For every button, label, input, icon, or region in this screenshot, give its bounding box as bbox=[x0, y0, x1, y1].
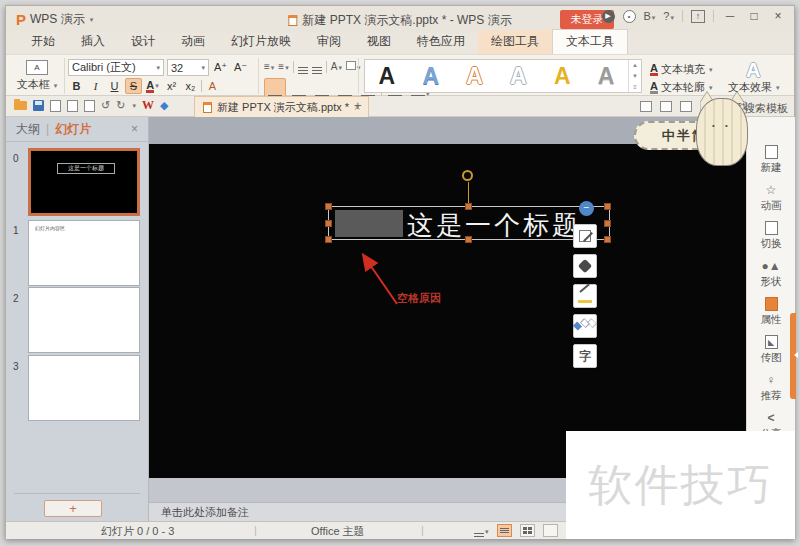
resize-handle-tl[interactable] bbox=[325, 203, 332, 210]
close-button[interactable]: × bbox=[770, 9, 786, 23]
resize-handle-tm[interactable] bbox=[465, 203, 472, 210]
strikethrough-button[interactable]: S bbox=[125, 78, 142, 94]
slide-canvas[interactable]: 这是一个标题 − 字 空格原因 bbox=[149, 144, 746, 478]
help-button[interactable]: ?▾ bbox=[663, 10, 674, 22]
redo-icon[interactable]: ↻ bbox=[116, 99, 125, 112]
save-icon[interactable] bbox=[33, 100, 44, 111]
open-icon[interactable] bbox=[14, 101, 27, 110]
member-icon[interactable] bbox=[660, 101, 672, 112]
wordart-style-blue[interactable]: A bbox=[422, 65, 439, 88]
gallery-scrollbar[interactable]: ▲▼≡ bbox=[628, 60, 641, 92]
wordart-style-gold[interactable]: A bbox=[554, 65, 571, 88]
grow-font-button[interactable]: A⁺ bbox=[212, 60, 229, 76]
collapse-ribbon-icon[interactable]: ↑ bbox=[691, 10, 705, 23]
slide-sorter-button[interactable] bbox=[520, 524, 535, 537]
resize-handle-mr[interactable] bbox=[604, 220, 611, 227]
close-panel-icon[interactable]: × bbox=[131, 122, 138, 136]
rail-item-animation[interactable]: ☆动画 bbox=[747, 183, 795, 213]
tab-drawing-tools[interactable]: 绘图工具 bbox=[478, 30, 552, 54]
tab-slideshow[interactable]: 幻灯片放映 bbox=[218, 30, 304, 54]
font-name-select[interactable]: Calibri (正文)▾ bbox=[68, 59, 164, 76]
wordart-style-orange-outline[interactable]: A bbox=[466, 65, 483, 88]
clear-format-button[interactable]: A bbox=[204, 78, 221, 94]
increase-indent-button[interactable] bbox=[312, 59, 322, 74]
resize-handle-tr[interactable] bbox=[604, 203, 611, 210]
underline-button[interactable]: U bbox=[106, 78, 123, 94]
slide-thumbnail-3[interactable] bbox=[28, 355, 140, 421]
bullet-list-button[interactable]: ≡▾ bbox=[264, 61, 274, 72]
docer-button[interactable]: B▾ bbox=[644, 10, 656, 22]
tab-home[interactable]: 开始 bbox=[18, 30, 68, 54]
normal-view-button[interactable] bbox=[497, 524, 512, 537]
maximize-button[interactable]: □ bbox=[746, 9, 762, 23]
tab-insert[interactable]: 插入 bbox=[68, 30, 118, 54]
slide-title-text[interactable]: 这是一个标题 bbox=[407, 208, 581, 243]
decrease-indent-button[interactable] bbox=[298, 59, 308, 74]
tab-review[interactable]: 审阅 bbox=[304, 30, 354, 54]
numbered-list-button[interactable]: ≡▾ bbox=[278, 61, 288, 72]
collapse-toolbar-button[interactable]: − bbox=[579, 201, 594, 216]
minimize-button[interactable]: ─ bbox=[722, 9, 738, 23]
resize-handle-bm[interactable] bbox=[465, 236, 472, 243]
layers-tool-button[interactable] bbox=[573, 314, 597, 338]
resize-handle-br[interactable] bbox=[604, 236, 611, 243]
tab-design[interactable]: 设计 bbox=[118, 30, 168, 54]
tab-view[interactable]: 视图 bbox=[354, 30, 404, 54]
resize-handle-bl[interactable] bbox=[325, 236, 332, 243]
reading-view-button[interactable] bbox=[543, 524, 558, 537]
text-direction-button[interactable]: A▾ bbox=[331, 61, 342, 72]
resize-handle-ml[interactable] bbox=[325, 220, 332, 227]
rail-item-new[interactable]: 新建 bbox=[747, 145, 795, 175]
forward-icon[interactable] bbox=[680, 101, 692, 112]
print-preview-icon[interactable] bbox=[84, 100, 95, 112]
bold-button[interactable]: B bbox=[68, 78, 85, 94]
customize-qat-icon[interactable]: ▾ bbox=[132, 102, 136, 110]
print-icon[interactable] bbox=[67, 100, 78, 112]
app-window: P WPS 演示 ▾ 新建 PPTX 演示文稿.pptx * - WPS 演示 … bbox=[5, 5, 795, 539]
tab-special-apps[interactable]: 特色应用 bbox=[404, 30, 478, 54]
theme-name[interactable]: Office 主题 bbox=[311, 524, 365, 539]
outline-tool-button[interactable] bbox=[573, 284, 597, 308]
tab-text-tools[interactable]: 文本工具 bbox=[552, 29, 628, 54]
tab-outline[interactable]: 大纲 bbox=[16, 121, 40, 138]
tab-slides[interactable]: 幻灯片 bbox=[55, 121, 91, 138]
tab-animation[interactable]: 动画 bbox=[168, 30, 218, 54]
app-menu[interactable]: P WPS 演示 ▾ bbox=[16, 11, 93, 28]
italic-button[interactable]: I bbox=[87, 78, 104, 94]
font-color-button[interactable]: A▾ bbox=[144, 78, 161, 94]
text-fill-button[interactable]: A 文本填充▾ bbox=[650, 62, 712, 77]
superscript-button[interactable]: x² bbox=[163, 78, 180, 94]
wordart-style-black[interactable]: A bbox=[379, 65, 396, 88]
textbox-button[interactable]: A 文本框 ▾ bbox=[14, 58, 60, 94]
wordart-style-gray[interactable]: A bbox=[598, 65, 615, 88]
new-slide-button[interactable]: + bbox=[44, 500, 102, 517]
slide-thumbnail-1[interactable]: 幻灯片内容区 bbox=[28, 220, 140, 286]
shrink-font-button[interactable]: A⁻ bbox=[232, 60, 249, 76]
rail-item-shapes[interactable]: ●▲形状 bbox=[747, 259, 795, 289]
undo-icon[interactable]: ↺ bbox=[101, 99, 110, 112]
rail-item-properties[interactable]: 属性 bbox=[747, 297, 795, 327]
panel-expand-handle[interactable] bbox=[790, 313, 796, 399]
settings-icon[interactable]: • bbox=[623, 10, 636, 23]
rotation-handle[interactable] bbox=[462, 170, 473, 181]
slide-thumbnail-2[interactable] bbox=[28, 287, 140, 353]
rail-item-recommend[interactable]: ♀推荐 bbox=[747, 373, 795, 403]
wps-writer-doc-icon[interactable]: W bbox=[142, 98, 154, 113]
export-icon[interactable] bbox=[50, 100, 61, 112]
play-icon[interactable]: ▶ bbox=[602, 10, 615, 23]
document-tab[interactable]: 新建 PPTX 演示文稿.pptx * × bbox=[194, 96, 369, 117]
subscript-button[interactable]: x₂ bbox=[182, 78, 199, 94]
wordart-style-white-outline[interactable]: A bbox=[510, 65, 527, 88]
new-tab-button[interactable]: + bbox=[354, 98, 362, 113]
style-tool-button[interactable] bbox=[573, 224, 597, 248]
fill-tool-button[interactable] bbox=[573, 254, 597, 278]
home-cube-icon[interactable]: ◆ bbox=[160, 99, 168, 112]
font-size-select[interactable]: 32▾ bbox=[167, 59, 209, 76]
rail-item-image[interactable]: ◣传图 bbox=[747, 335, 795, 365]
text-tool-button[interactable]: 字 bbox=[573, 344, 597, 368]
search-template-label[interactable]: 搜索模板 bbox=[744, 101, 788, 116]
slide-thumbnail-0[interactable]: 这是一个标题 bbox=[28, 148, 140, 216]
rail-item-transition[interactable]: 切换 bbox=[747, 221, 795, 251]
eye-protect-icon[interactable] bbox=[640, 101, 652, 112]
notes-toggle-button[interactable]: ▾ bbox=[474, 524, 489, 537]
